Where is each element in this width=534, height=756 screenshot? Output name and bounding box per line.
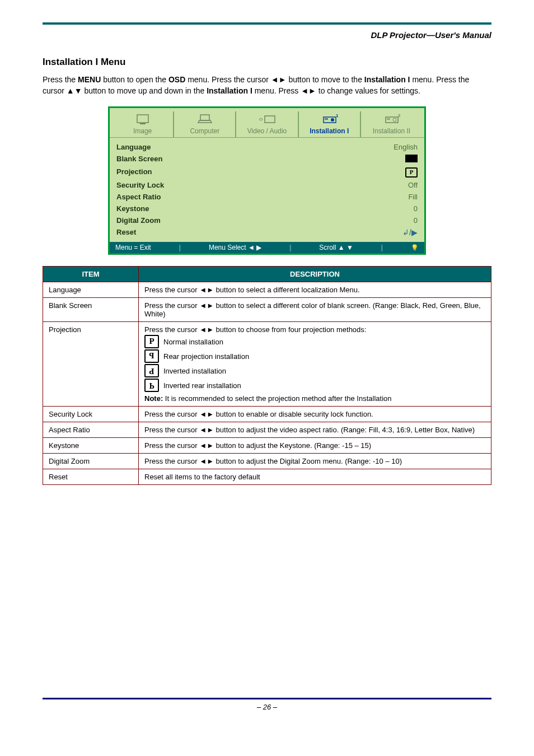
desc-text: Press the cursor: [144, 441, 199, 450]
header-rule: [43, 22, 491, 25]
projection-normal-icon: P: [405, 167, 418, 178]
osd-tab-computer[interactable]: Computer: [174, 111, 236, 137]
osd-item-label: Language: [116, 143, 151, 151]
osd-row-projection[interactable]: Projection P: [116, 166, 418, 179]
desc-text: Press the cursor: [144, 426, 199, 434]
option-label: Inverted installation: [163, 367, 226, 375]
desc-text: menu. Press the cursor: [185, 75, 271, 84]
projection-option: PNormal installation: [144, 335, 485, 348]
osd-row-security-lock[interactable]: Security Lock Off: [116, 179, 418, 191]
osd-item-label: Projection: [116, 167, 152, 178]
black-swatch-icon: [405, 155, 418, 162]
projection-option: PRear projection installation: [144, 349, 485, 363]
desc-text: button to select a different localizatio…: [214, 286, 360, 294]
desc-text: button to adjust the video aspect ratio.…: [214, 426, 475, 434]
desc-text: Press the cursor: [144, 457, 199, 465]
col-header-desc: DESCRIPTION: [139, 267, 491, 282]
section-description: Press the MENU button to open the OSD me…: [43, 74, 491, 96]
option-label: Inverted rear installation: [163, 381, 241, 390]
osd-footer: Menu = Exit | Menu Select ◄ ▶ | Scroll ▲…: [110, 242, 424, 253]
osd-body: Language English Blank Screen Projection…: [110, 138, 424, 242]
svg-rect-3: [265, 116, 275, 123]
svg-rect-1: [140, 123, 146, 124]
osd-item-value: Off: [408, 181, 418, 189]
table-header-row: ITEM DESCRIPTION: [43, 267, 491, 282]
enter-arrow-icon: ↲/▶: [402, 228, 418, 237]
osd-tab-video-audio[interactable]: Video / Audio: [236, 111, 298, 137]
up-down-arrows-icon: ▲▼: [67, 86, 82, 95]
osd-item-label: Keystone: [116, 204, 149, 213]
left-right-arrows-icon: ◄►: [199, 441, 214, 450]
osd-item-label: Aspect Ratio: [116, 193, 161, 201]
svg-text:2: 2: [398, 113, 401, 118]
osd-footer-select: Menu Select ◄ ▶: [209, 244, 261, 251]
desc-text: button to enable or disable security loc…: [214, 410, 373, 418]
option-label: Normal installation: [163, 338, 223, 346]
description-table: ITEM DESCRIPTION Language Press the curs…: [43, 266, 491, 485]
tab-name: Installation I: [207, 86, 252, 95]
monitor-icon: [132, 113, 154, 126]
svg-text:1: 1: [336, 113, 339, 118]
osd-footer-scroll: Scroll ▲ ▼: [319, 244, 353, 251]
item-cell: Projection: [43, 322, 139, 407]
col-header-item: ITEM: [43, 267, 139, 282]
table-row: Security Lock Press the cursor ◄► button…: [43, 407, 491, 422]
left-right-arrows-icon: ◄►: [199, 286, 214, 294]
desc-text: button to choose from four projection me…: [214, 325, 366, 334]
osd-screenshot: Image Computer Video / Audio 1 Installat…: [108, 106, 426, 255]
desc-text: button to open the: [101, 75, 168, 84]
osd-tab-installation-1[interactable]: 1 Installation I: [299, 111, 361, 137]
divider: |: [179, 244, 181, 251]
svg-point-5: [331, 118, 334, 122]
left-right-arrows-icon: ◄►: [199, 457, 214, 465]
desc-cell: Reset all items to the factory default: [139, 469, 491, 485]
osd-item-value: [405, 155, 418, 164]
osd-row-language[interactable]: Language English: [116, 141, 418, 153]
table-row: Blank Screen Press the cursor ◄► button …: [43, 298, 491, 322]
osd-item-label: Reset: [116, 228, 136, 237]
osd-row-aspect-ratio[interactable]: Aspect Ratio Fill: [116, 191, 418, 203]
osd-item-value: Fill: [408, 193, 418, 201]
osd-row-blank-screen[interactable]: Blank Screen: [116, 153, 418, 166]
laptop-icon: [194, 113, 216, 126]
divider: |: [289, 244, 291, 251]
svg-rect-12: [387, 119, 390, 120]
desc-text: Press the cursor: [144, 286, 199, 294]
desc-text: to change values for settings.: [316, 86, 420, 95]
tab-label: Installation I: [310, 127, 349, 135]
tab-label: Computer: [190, 127, 219, 135]
desc-text: button to adjust the Keystone. (Range: -…: [214, 441, 371, 450]
svg-rect-6: [325, 118, 328, 119]
audio-icon: [256, 113, 278, 126]
osd-item-label: Blank Screen: [116, 155, 162, 164]
desc-cell: Press the cursor ◄► button to adjust the…: [139, 454, 491, 469]
desc-cell: Press the cursor ◄► button to adjust the…: [139, 438, 491, 454]
desc-cell: Press the cursor ◄► button to select a d…: [139, 298, 491, 322]
projection-option: PInverted installation: [144, 364, 485, 377]
table-row: Aspect Ratio Press the cursor ◄► button …: [43, 422, 491, 438]
item-cell: Keystone: [43, 438, 139, 454]
osd-row-digital-zoom[interactable]: Digital Zoom 0: [116, 214, 418, 226]
osd-item-label: Digital Zoom: [116, 216, 161, 225]
projection-inverted-icon: P: [144, 364, 159, 377]
projector-icon: 2: [380, 113, 402, 126]
item-cell: Language: [43, 282, 139, 298]
item-cell: Aspect Ratio: [43, 422, 139, 438]
desc-text: Press the cursor: [144, 301, 199, 310]
left-right-arrows-icon: ◄►: [199, 426, 214, 434]
desc-text: Press the cursor: [144, 325, 199, 334]
table-row: Projection Press the cursor ◄► button to…: [43, 322, 491, 407]
desc-cell: Press the cursor ◄► button to enable or …: [139, 407, 491, 422]
desc-text: button to move to the: [287, 75, 364, 84]
desc-cell: Press the cursor ◄► button to select a d…: [139, 282, 491, 298]
desc-text: Press the: [43, 75, 78, 84]
desc-cell: Press the cursor ◄► button to choose fro…: [139, 322, 491, 407]
svg-rect-11: [387, 118, 390, 119]
osd-row-reset[interactable]: Reset ↲/▶: [116, 226, 418, 239]
osd-row-keystone[interactable]: Keystone 0: [116, 203, 418, 214]
desc-cell: Press the cursor ◄► button to adjust the…: [139, 422, 491, 438]
osd-tab-image[interactable]: Image: [112, 111, 174, 137]
projection-note: Note: It is recommended to select the pr…: [144, 394, 485, 403]
osd-tab-installation-2[interactable]: 2 Installation II: [361, 111, 422, 137]
tab-name: Installation I: [364, 75, 410, 84]
